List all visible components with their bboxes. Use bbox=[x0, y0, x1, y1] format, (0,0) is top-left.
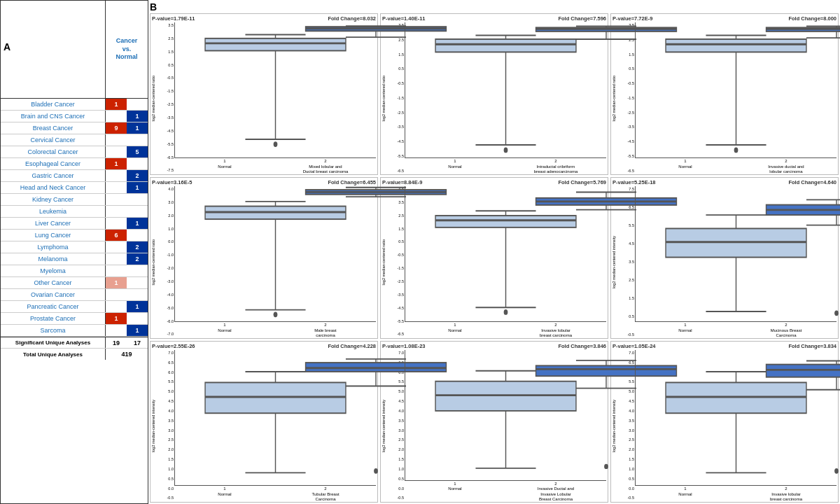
red-val: 1 bbox=[106, 313, 127, 324]
yaxis-label: log2 median-centered ratio bbox=[382, 76, 386, 121]
chart-stats: P-value=1.05E-24 Fold Change=3.834 bbox=[612, 343, 836, 349]
chart-cell: P-value=3.16E-5 Fold Change=6.455 log2 m… bbox=[150, 177, 378, 339]
chart-stats: P-value=8.84E-9 Fold Change=5.769 bbox=[382, 179, 606, 186]
chart-cell: P-value=1.08E-23 Fold Change=3.846 log2 … bbox=[380, 341, 608, 503]
cancer-name: Sarcoma bbox=[1, 325, 106, 336]
yaxis-label: log2 median-centered ratio bbox=[152, 239, 156, 285]
cancer-row: Colorectal Cancer 5 bbox=[1, 146, 148, 158]
svg-point-103 bbox=[604, 464, 608, 469]
yticks: 7.56.55.54.53.52.51.50.5-0.5 bbox=[620, 186, 635, 338]
cancer-name: Lung Cancer bbox=[1, 230, 106, 241]
xlabel-normal: 1Normal bbox=[405, 482, 505, 502]
foldchange-label: Fold Change=3.846 bbox=[558, 343, 606, 349]
red-val bbox=[106, 146, 127, 158]
blue-val bbox=[127, 289, 148, 300]
blue-val: 1 bbox=[127, 218, 148, 229]
significant-label: Significant Unique Analyses bbox=[1, 337, 106, 348]
cancer-name: Leukemia bbox=[1, 206, 106, 217]
chart-body: log2 median-centered ratio 4.53.52.51.50… bbox=[382, 186, 606, 338]
yaxis-label: log2 median-centered intensity bbox=[382, 400, 386, 452]
blue-val bbox=[127, 206, 148, 217]
chart-body: log2 median-centered ratio 4.03.02.01.00… bbox=[152, 186, 376, 338]
cancer-row: Prostate Cancer 1 bbox=[1, 313, 148, 325]
xlabels: 1Normal 2Invasive Ductal andInvasive Lob… bbox=[405, 482, 606, 502]
foldchange-label: Fold Change=7.596 bbox=[558, 15, 606, 22]
panel-letter-a: A bbox=[4, 41, 10, 52]
red-val: 1 bbox=[106, 277, 127, 288]
xlabels: 1Normal 2Invasive ductal andlobular carc… bbox=[635, 159, 836, 174]
cancer-name: Brain and CNS Cancer bbox=[1, 111, 106, 122]
xlabel-cancer: 2Male breastcarcinoma bbox=[275, 323, 376, 338]
blue-val: 1 bbox=[127, 325, 148, 336]
plot-area: 1Normal 2Invasive lobularbreast carcinom… bbox=[405, 186, 606, 338]
red-val bbox=[106, 265, 127, 276]
chart-body: log2 median-centered ratio 3.52.51.50.5-… bbox=[152, 22, 376, 174]
chart-stats: P-value=3.16E-5 Fold Change=6.455 bbox=[152, 179, 376, 186]
xlabels: 1Normal 2Intraductal cribriformbreast ad… bbox=[405, 159, 606, 174]
yticks: 7.06.56.05.55.04.54.03.53.02.52.01.51.00… bbox=[159, 350, 174, 502]
svg-point-77 bbox=[834, 310, 839, 316]
xlabel-cancer: 2Intraductal cribriformbreast adenocarci… bbox=[505, 159, 606, 174]
blue-val bbox=[127, 194, 148, 205]
pvalue-label: P-value=1.79E-11 bbox=[152, 15, 195, 22]
chart-stats: P-value=1.08E-23 Fold Change=3.846 bbox=[382, 343, 606, 349]
cancer-name: Head and Neck Cancer bbox=[1, 182, 106, 193]
cancer-name: Breast Cancer bbox=[1, 122, 106, 134]
svg-container bbox=[635, 350, 836, 486]
plot-area: 1Normal 2Invasive Ductal andInvasive Lob… bbox=[405, 350, 606, 502]
chart-body: log2 median-centered intensity 7.06.56.0… bbox=[612, 350, 836, 502]
blue-val bbox=[127, 158, 148, 169]
footer-section: Significant Unique Analyses 19 17 Total … bbox=[1, 337, 148, 360]
cancer-row: Head and Neck Cancer 1 bbox=[1, 182, 148, 194]
cancer-name: Colorectal Cancer bbox=[1, 146, 106, 158]
yaxis-label-wrap: log2 median-centered ratio bbox=[152, 186, 159, 338]
svg-point-45 bbox=[274, 312, 278, 317]
cancer-row: Esophageal Cancer 1 bbox=[1, 158, 148, 170]
panel-a: A Cancervs.Normal Bladder Cancer 1 Brain… bbox=[0, 0, 148, 504]
chart-cell: P-value=5.25E-18 Fold Change=4.640 log2 … bbox=[610, 177, 839, 339]
blue-val: 1 bbox=[127, 122, 148, 134]
red-val bbox=[106, 253, 127, 265]
red-val bbox=[106, 182, 127, 193]
blue-val: 1 bbox=[127, 301, 148, 312]
xlabels: 1Normal 2Mucinous BreastCarcinoma bbox=[635, 323, 836, 338]
svg-point-90 bbox=[374, 468, 378, 474]
blue-val bbox=[127, 313, 148, 324]
cancer-row: Cervical Cancer bbox=[1, 134, 148, 146]
xlabel-normal: 1Normal bbox=[405, 323, 505, 338]
cancer-rows: Bladder Cancer 1 Brain and CNS Cancer 1 … bbox=[1, 99, 148, 337]
cancer-name: Lymphoma bbox=[1, 241, 106, 253]
cancer-name: Liver Cancer bbox=[1, 218, 106, 229]
pvalue-label: P-value=7.72E-9 bbox=[612, 15, 652, 22]
svg-container bbox=[174, 350, 376, 486]
svg-container bbox=[174, 22, 376, 158]
cancer-name: Cervical Cancer bbox=[1, 134, 106, 146]
cancer-name: Gastric Cancer bbox=[1, 170, 106, 181]
pvalue-label: P-value=1.08E-23 bbox=[382, 343, 426, 349]
xlabels: 1Normal 2Mixed lobular andDuctal breast … bbox=[174, 159, 376, 174]
blue-val bbox=[127, 134, 148, 146]
chart-cell: P-value=7.72E-9 Fold Change=8.000 log2 m… bbox=[610, 13, 839, 175]
blue-val: 1 bbox=[127, 111, 148, 122]
xlabel-cancer: 2Invasive lobularbreast carcinoma bbox=[736, 486, 836, 502]
yaxis-label-wrap: log2 median-centered intensity bbox=[612, 186, 620, 338]
xlabels: 1Normal 2Male breastcarcinoma bbox=[174, 323, 376, 338]
cancer-name: Other Cancer bbox=[1, 277, 106, 288]
svg-point-58 bbox=[504, 309, 508, 315]
cancer-name: Prostate Cancer bbox=[1, 313, 106, 324]
yaxis-label-wrap: log2 median-centered ratio bbox=[382, 186, 389, 338]
red-val bbox=[106, 134, 127, 146]
cancer-row: Melanoma 2 bbox=[1, 253, 148, 265]
red-val bbox=[106, 325, 127, 336]
sig-val1: 19 bbox=[106, 337, 127, 348]
yaxis-label: log2 median-centered intensity bbox=[152, 400, 156, 452]
svg-point-6 bbox=[274, 141, 278, 147]
foldchange-label: Fold Change=6.455 bbox=[328, 179, 376, 186]
cancer-row: Myeloma bbox=[1, 265, 148, 277]
yaxis-label-wrap: log2 median-centered ratio bbox=[612, 22, 620, 174]
cancer-row: Other Cancer 1 bbox=[1, 277, 148, 289]
cancer-row: Leukemia bbox=[1, 206, 148, 218]
pvalue-label: P-value=3.16E-5 bbox=[152, 179, 192, 186]
plot-area: 1Normal 2Mucinous BreastCarcinoma bbox=[635, 186, 836, 338]
total-val: 419 bbox=[121, 351, 132, 358]
